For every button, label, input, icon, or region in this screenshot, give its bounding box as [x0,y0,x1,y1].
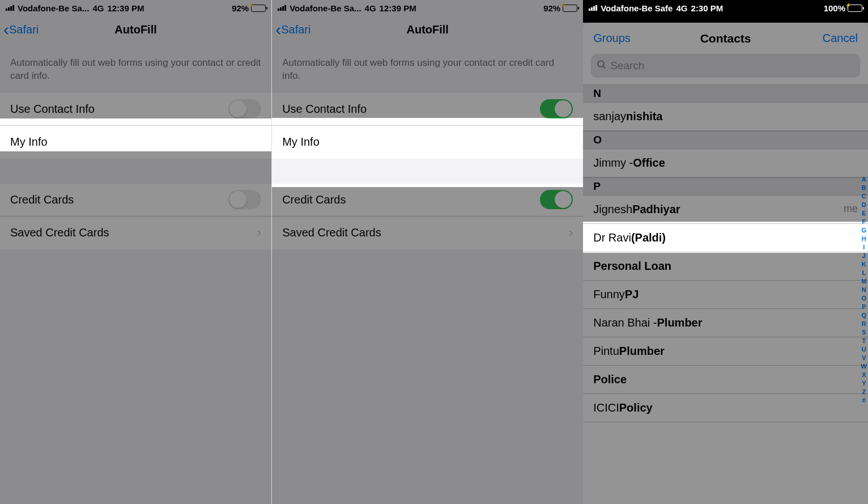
index-letter[interactable]: X [861,371,867,378]
index-letter[interactable]: E [861,210,867,217]
index-letter[interactable]: Y [861,380,867,387]
index-letter[interactable]: N [861,286,867,293]
index-letter[interactable]: L [861,269,867,276]
index-letter[interactable]: Z [861,388,867,395]
battery-percent: 92% [543,3,560,13]
credit-cards-row[interactable]: Credit Cards [272,184,583,217]
chevron-right-icon: › [569,226,573,240]
index-letter[interactable]: A [861,176,867,183]
index-letter[interactable]: # [861,397,867,404]
index-letter[interactable]: Q [861,312,867,319]
chevron-right-icon: › [257,226,261,240]
contact-row[interactable]: Funny PJ [583,281,868,309]
settings-description: Automatically fill out web forms using y… [272,43,583,93]
credit-cards-toggle[interactable] [228,190,261,209]
groups-button[interactable]: Groups [593,32,631,45]
back-button[interactable]: ‹ Safari [275,20,310,39]
index-letter[interactable]: S [861,329,867,336]
battery-percent: 92% [232,3,249,13]
index-letter[interactable]: C [861,193,867,200]
index-letter[interactable]: T [861,337,867,344]
search-input[interactable]: Search [591,54,860,78]
my-info-row[interactable]: My Info [272,126,583,159]
row-label: Credit Cards [10,193,228,206]
contact-row[interactable]: Dr Ravi (Paldi) [583,224,868,252]
battery-icon: ⚡ [848,5,862,12]
time: 2:30 PM [691,3,723,13]
index-letter[interactable]: U [861,346,867,353]
chevron-left-icon: ‹ [3,20,9,39]
cancel-button[interactable]: Cancel [823,32,858,45]
index-letter[interactable]: B [861,184,867,191]
search-placeholder: Search [610,60,644,72]
screen-autofill-off: Vodafone-Be Sa... 4G 12:39 PM 92% ⚡ ‹ Sa… [0,0,272,504]
back-label: Safari [9,23,39,36]
row-label: My Info [10,135,261,149]
page-title: AutoFill [0,23,271,36]
settings-description: Automatically fill out web forms using y… [0,43,271,93]
network: 4G [92,3,104,13]
section-header: P [583,177,868,196]
contact-row[interactable]: Police [583,366,868,394]
network: 4G [676,3,687,13]
index-letter[interactable]: P [861,303,867,310]
nav-bar: ‹ Safari AutoFill [272,16,583,43]
status-bar: Vodafone-Be Sa... 4G 12:39 PM 92% ⚡ [272,0,583,16]
contact-row[interactable]: Jimmy - Office [583,149,868,177]
carrier: Vodafone-Be Safe [601,3,673,13]
contact-row[interactable]: Jignesh Padhiyarme [583,196,868,224]
use-contact-info-row[interactable]: Use Contact Info [0,93,271,126]
section-header: N [583,84,868,103]
credit-cards-row[interactable]: Credit Cards [0,184,271,217]
time: 12:39 PM [107,3,144,13]
row-label: My Info [282,135,573,149]
nav-bar: ‹ Safari AutoFill [0,16,271,43]
my-info-row[interactable]: My Info [0,126,271,159]
use-contact-info-row[interactable]: Use Contact Info [272,93,583,126]
carrier: Vodafone-Be Sa... [290,3,361,13]
index-letter[interactable]: W [861,363,867,370]
index-letter[interactable]: M [861,278,867,285]
back-button[interactable]: ‹ Safari [3,20,39,39]
index-letter[interactable]: K [861,261,867,268]
index-letter[interactable]: J [861,252,867,259]
svg-line-1 [603,66,606,69]
time: 12:39 PM [380,3,416,13]
chevron-left-icon: ‹ [275,20,281,39]
index-letter[interactable]: H [861,235,867,242]
index-letter[interactable]: O [861,295,867,302]
alpha-index[interactable]: ABCDEFGHIJKLMNOPQRSTUVWXYZ# [861,176,867,404]
use-contact-toggle[interactable] [228,99,261,118]
status-bar: Vodafone-Be Safe 4G 2:30 PM 100% ⚡ [583,0,868,16]
contact-row[interactable]: sanjay nishita [583,103,868,131]
contacts-picker: Groups Contacts Cancel Search Nsanjay ni… [583,23,868,504]
battery-icon: ⚡ [251,5,266,12]
svg-point-0 [598,61,604,67]
network: 4G [365,3,376,13]
index-letter[interactable]: R [861,320,867,327]
status-bar: Vodafone-Be Sa... 4G 12:39 PM 92% ⚡ [0,0,271,16]
signal-icon [6,5,14,11]
battery-icon: ⚡ [563,5,577,12]
credit-cards-toggle[interactable] [540,190,573,209]
section-header: O [583,131,868,149]
contacts-list[interactable]: Nsanjay nishitaOJimmy - OfficePJignesh P… [583,84,868,422]
signal-icon [589,5,597,11]
battery-percent: 100% [824,3,845,13]
contact-row[interactable]: ICICI Policy [583,394,868,422]
back-label: Safari [281,23,310,36]
index-letter[interactable]: D [861,201,867,208]
search-icon [597,60,607,73]
use-contact-toggle[interactable] [540,99,573,118]
index-letter[interactable]: V [861,354,867,361]
signal-icon [278,5,286,11]
contact-row[interactable]: Pintu Plumber [583,337,868,366]
saved-cards-row[interactable]: Saved Credit Cards › [272,217,583,249]
row-label: Use Contact Info [10,103,228,116]
contact-row[interactable]: Naran Bhai - Plumber [583,309,868,337]
contact-row[interactable]: Personal Loan [583,252,868,281]
saved-cards-row[interactable]: Saved Credit Cards › [0,217,271,249]
index-letter[interactable]: G [861,227,867,234]
index-letter[interactable]: F [861,218,867,225]
index-letter[interactable]: I [861,244,867,251]
